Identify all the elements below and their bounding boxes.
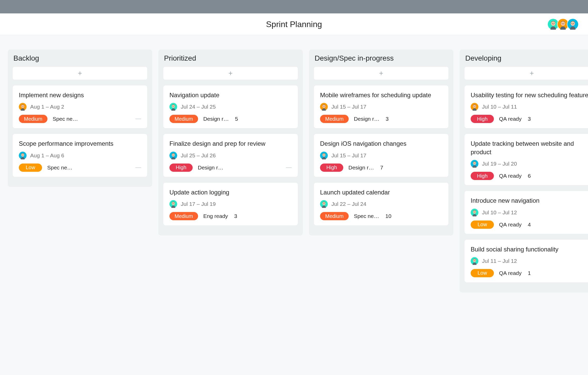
- card-meta: Jul 22 – Jul 24: [320, 200, 442, 208]
- card-meta: Aug 1 – Aug 6: [19, 152, 141, 159]
- card-footer: MediumSpec ne…10: [320, 212, 442, 220]
- svg-point-51: [475, 163, 475, 164]
- svg-point-14: [22, 106, 22, 107]
- add-card-button[interactable]: +: [464, 67, 588, 80]
- avatar: [471, 103, 478, 111]
- avatar: [19, 152, 27, 159]
- card-footer: LowQA ready4: [471, 221, 588, 229]
- svg-point-54: [474, 211, 474, 212]
- card-title: Update action logging: [169, 188, 292, 197]
- avatar: [19, 103, 27, 111]
- kanban-board: Backlog+Implement new designsAug 1 – Aug…: [0, 35, 588, 307]
- card-title: Launch updated calendar: [320, 188, 442, 197]
- status-text: Design r…: [203, 116, 229, 122]
- card-meta: Jul 15 – Jul 17: [320, 152, 442, 159]
- task-card[interactable]: Introduce new navigationJul 10 – Jul 12L…: [464, 191, 588, 234]
- avatar: [320, 103, 328, 111]
- priority-pill: High: [169, 164, 193, 172]
- svg-point-59: [475, 260, 475, 261]
- card-meta: Jul 17 – Jul 19: [169, 200, 292, 208]
- svg-point-31: [174, 203, 174, 204]
- svg-point-35: [324, 106, 325, 107]
- card-date: Jul 11 – Jul 12: [482, 258, 517, 264]
- task-card[interactable]: Design iOS navigation changesJul 15 – Ju…: [314, 134, 449, 177]
- task-card[interactable]: Implement new designsAug 1 – Aug 2Medium…: [12, 85, 148, 128]
- task-card[interactable]: Launch updated calendarJul 22 – Jul 24Me…: [314, 182, 449, 226]
- status-text: QA ready: [499, 116, 522, 122]
- subtask-count: 5: [235, 116, 238, 122]
- status-text: Spec ne…: [354, 213, 379, 219]
- task-card[interactable]: Usability testing for new scheduling fea…: [464, 85, 588, 128]
- svg-point-3: [554, 23, 554, 24]
- card-footer: HighQA ready3: [471, 115, 588, 123]
- card-date: Jul 10 – Jul 11: [482, 104, 517, 110]
- avatar: [320, 200, 328, 208]
- add-card-button[interactable]: +: [314, 67, 449, 80]
- card-date: Jul 25 – Jul 26: [181, 152, 216, 159]
- card-title: Scope performance improvements: [19, 140, 141, 148]
- card-title: Finalize design and prep for review: [169, 140, 292, 148]
- dash-icon: [286, 167, 292, 168]
- priority-pill: Low: [471, 221, 494, 229]
- priority-pill: Medium: [169, 212, 198, 220]
- svg-point-34: [323, 106, 324, 107]
- subtask-count: 7: [380, 165, 383, 171]
- card-meta: Jul 15 – Jul 17: [320, 103, 442, 111]
- card-date: Jul 10 – Jul 12: [482, 209, 517, 216]
- card-footer: HighDesign r…7: [320, 164, 442, 172]
- avatar: [320, 152, 328, 159]
- avatar: [567, 18, 579, 30]
- subtask-count: 3: [386, 116, 389, 122]
- subtask-count: 3: [528, 116, 531, 122]
- board-column: Backlog+Implement new designsAug 1 – Aug…: [8, 50, 152, 187]
- svg-point-6: [562, 23, 562, 24]
- plus-icon: +: [379, 70, 383, 77]
- avatar: [471, 160, 478, 168]
- task-card[interactable]: Update action loggingJul 17 – Jul 19Medi…: [163, 182, 298, 226]
- card-footer: MediumDesign r…3: [320, 115, 442, 123]
- svg-point-2: [552, 23, 553, 24]
- svg-point-22: [173, 106, 173, 107]
- card-footer: MediumSpec ne…: [19, 115, 141, 123]
- priority-pill: High: [471, 172, 494, 180]
- add-card-button[interactable]: +: [163, 67, 298, 80]
- add-card-button[interactable]: +: [12, 67, 148, 80]
- task-card[interactable]: Navigation updateJul 24 – Jul 25MediumDe…: [163, 85, 298, 128]
- svg-point-42: [323, 203, 324, 204]
- plus-icon: +: [228, 70, 233, 77]
- card-title: Update tracking between website and prod…: [471, 140, 588, 156]
- card-date: Jul 17 – Jul 19: [181, 201, 216, 207]
- task-card[interactable]: Scope performance improvementsAug 1 – Au…: [12, 134, 148, 177]
- column-title: Prioritized: [163, 54, 298, 62]
- card-date: Aug 1 – Aug 2: [30, 104, 64, 110]
- card-title: Design iOS navigation changes: [320, 140, 442, 148]
- svg-point-30: [173, 203, 173, 204]
- card-title: Build social sharing functionality: [471, 245, 588, 254]
- card-date: Aug 1 – Aug 6: [30, 152, 64, 159]
- card-date: Jul 22 – Jul 24: [331, 201, 366, 207]
- card-title: Mobile wireframes for scheduling update: [320, 91, 442, 99]
- card-date: Jul 24 – Jul 25: [181, 104, 216, 110]
- priority-pill: Medium: [320, 212, 349, 220]
- status-text: QA ready: [499, 222, 522, 228]
- svg-point-47: [475, 106, 475, 107]
- task-card[interactable]: Build social sharing functionalityJul 11…: [464, 239, 588, 283]
- status-text: Design r…: [198, 165, 223, 171]
- column-title: Backlog: [12, 54, 148, 62]
- priority-pill: Medium: [19, 115, 47, 123]
- task-card[interactable]: Mobile wireframes for scheduling updateJ…: [314, 85, 449, 128]
- plus-icon: +: [78, 70, 82, 77]
- svg-point-27: [174, 155, 174, 155]
- status-text: Spec ne…: [47, 165, 72, 171]
- task-card[interactable]: Update tracking between website and prod…: [464, 134, 588, 185]
- header-avatars[interactable]: [549, 18, 579, 30]
- task-card[interactable]: Finalize design and prep for reviewJul 2…: [163, 134, 298, 177]
- dash-icon: [135, 119, 141, 119]
- priority-pill: High: [471, 115, 494, 123]
- avatar: [169, 200, 177, 208]
- svg-point-15: [23, 106, 23, 107]
- plus-icon: +: [530, 70, 534, 77]
- subtask-count: 3: [234, 213, 237, 219]
- card-title: Implement new designs: [19, 91, 141, 99]
- board-column: Design/Spec in-progress+Mobile wireframe…: [309, 50, 453, 235]
